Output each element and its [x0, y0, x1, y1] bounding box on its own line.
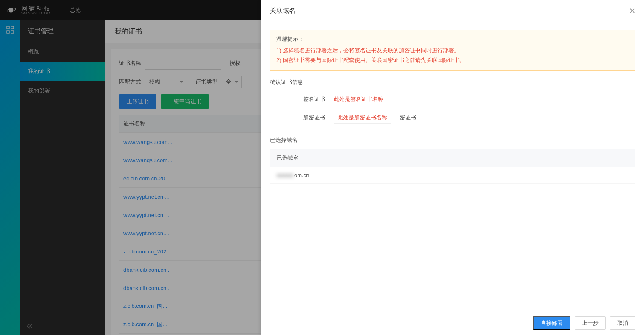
deploy-button[interactable]: 直接部署 — [533, 316, 570, 330]
cancel-button[interactable]: 取消 — [610, 316, 635, 330]
sign-cert-value: 此处是签名证书名称 — [334, 96, 383, 103]
tip-box: 温馨提示： 1) 选择域名进行部署之后，会将签名证书及关联的加密证书同时进行部署… — [270, 30, 635, 71]
selected-domain-table: 已选域名 xxxxxxom.cn — [270, 149, 635, 184]
confirm-cert-title: 确认证书信息 — [270, 79, 635, 86]
enc-cert-suffix: 密证书 — [400, 114, 416, 121]
close-icon[interactable]: ✕ — [629, 7, 635, 15]
enc-cert-select[interactable]: 此处是加密证书名称 — [334, 112, 391, 124]
selected-domain-row: xxxxxxom.cn — [270, 167, 635, 184]
selected-domain-header: 已选域名 — [270, 149, 635, 167]
selected-domain-title: 已选择域名 — [270, 136, 635, 144]
tip-line-1: 1) 选择域名进行部署之后，会将签名证书及关联的加密证书同时进行部署。 — [276, 45, 629, 55]
sign-cert-label: 签名证书 — [291, 96, 325, 103]
tip-line-2: 2) 国密证书需要与国际证书配套使用。关联国密证书之前请先关联国际证书。 — [276, 55, 629, 65]
enc-cert-value: 此处是加密证书名称 — [338, 114, 387, 121]
enc-cert-label: 加密证书 — [291, 114, 325, 121]
domain-blurred: xxxxxx — [277, 172, 293, 178]
drawer-title: 关联域名 — [270, 7, 295, 15]
prev-step-button[interactable]: 上一步 — [575, 316, 606, 330]
domain-suffix: om.cn — [294, 172, 309, 178]
tip-title: 温馨提示： — [276, 35, 629, 43]
associate-domain-drawer: 关联域名 ✕ 温馨提示： 1) 选择域名进行部署之后，会将签名证书及关联的加密证… — [261, 0, 644, 335]
